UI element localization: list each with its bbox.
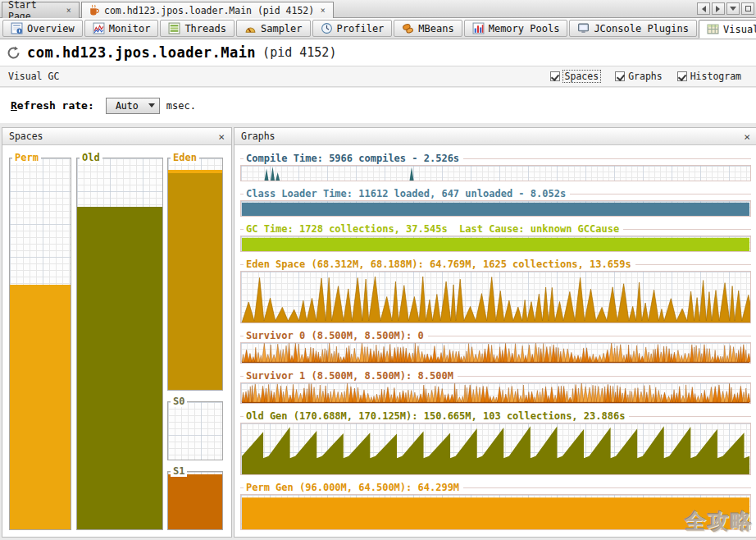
checkbox-histogram[interactable]: Histogram [677,71,741,82]
tab-threads[interactable]: Threads [160,20,235,37]
graph-perm-gen: Perm Gen (96.000M, 64.500M): 64.299M [240,483,751,530]
tab-label: Profiler [337,23,385,34]
close-icon[interactable] [218,132,225,141]
tab-label: Threads [184,23,226,34]
checkbox-tick-icon [615,71,625,81]
perm-gen-chart [240,494,751,530]
graph-survivor-0: Survivor 0 (8.500M, 8.500M): 0 [240,331,751,364]
tab-profiler[interactable]: Profiler [312,20,393,37]
refresh-rate-row: Refresh rate: Auto msec. [0,88,756,123]
graph-survivor-1: Survivor 1 (8.500M, 8.500M): 8.500M [240,371,751,404]
tab-monitor[interactable]: Monitor [84,20,159,37]
close-icon[interactable] [318,6,327,15]
old-space-fill [77,207,162,529]
spinner-icon [7,46,20,60]
eden-space-label: Eden [171,152,199,163]
monitor-icon [93,22,105,34]
tab-memory-pools[interactable]: Memory Pools [464,20,568,37]
graph-title: Survivor 0 (8.500M, 8.500M): 0 [240,331,751,341]
chevron-down-icon [148,103,155,111]
graph-title: Compile Time: 5966 compiles - 2.526s [240,153,751,164]
tab-label: Overview [27,23,75,34]
overview-icon [11,22,23,34]
refresh-rate-value: Auto [111,100,143,112]
perm-space-fill [10,285,71,529]
subview-title: Visual GC [8,71,550,82]
tab-overview[interactable]: Overview [2,20,83,37]
s1-space-fill [168,474,222,529]
panel-title: Graphs [241,130,744,142]
graph-title: GC Time: 1728 collections, 37.545s Last … [240,224,751,235]
java-cup-icon [88,4,100,16]
checkbox-graphs[interactable]: Graphs [615,71,663,82]
tab-label: com.hd123.jpos.loader.Main (pid 4152) [104,5,314,16]
tab-label: JConsole Plugins [594,23,689,34]
s1-space-group: S1 [167,471,223,530]
spaces-panel: Spaces Perm Old [2,127,232,538]
profiler-icon [321,22,333,34]
maximize-icon[interactable] [741,2,754,15]
tab-list-icon[interactable] [726,2,740,15]
threads-icon [168,22,180,34]
eden-space-column: Eden S0 S1 [167,158,223,530]
scroll-right-icon[interactable] [712,2,725,15]
pid-label: (pid 4152) [262,45,336,60]
jconsole-plugins-icon [577,22,590,34]
old-space-column: Old [76,158,163,530]
graph-title: Class Loader Time: 11612 loaded, 647 unl… [240,189,751,199]
visual-gc-subheader: Visual GC Spaces Graphs Histogram [0,66,756,87]
eden-space-fill [168,170,222,390]
old-space-box: Old [76,158,163,530]
tab-label: Monitor [109,23,151,34]
spaces-panel-header: Spaces [2,128,231,145]
graphs-panel-body: Compile Time: 5966 compiles - 2.526s Cla… [235,146,756,537]
gc-time-chart [240,236,751,252]
tab-label: Memory Pools [489,23,560,34]
tab-start-page[interactable]: Start Page [2,2,80,18]
document-tab-bar: Start Page com.hd123.jpos.loader.Main (p… [0,0,756,18]
eden-space-box: Eden [167,158,223,391]
visual-gc-icon [707,23,719,35]
tab-label: MBeans [418,23,453,34]
survivor-1-chart [240,382,751,404]
display-options: Spaces Graphs Histogram [550,71,741,82]
checkbox-tick-icon [550,71,560,81]
graph-title: Survivor 1 (8.500M, 8.500M): 8.500M [240,371,751,382]
tab-sampler[interactable]: Sampler [236,20,311,37]
graph-gc-time: GC Time: 1728 collections, 37.545s Last … [240,224,751,252]
scroll-left-icon[interactable] [697,2,710,15]
s1-space-box: S1 [167,471,223,530]
refresh-rate-select[interactable]: Auto [106,98,160,114]
s0-space-box: S0 [167,401,223,460]
watermark: 全攻略 [685,507,754,536]
application-header: com.hd123.jpos.loader.Main (pid 4152) [0,39,756,66]
checkbox-spaces[interactable]: Spaces [550,71,601,82]
page-title: com.hd123.jpos.loader.Main [27,44,256,61]
compile-time-chart [240,165,751,181]
s1-space-label: S1 [171,465,187,477]
perm-space-label: Perm [12,152,41,163]
graph-old-gen: Old Gen (170.688M, 170.125M): 150.665M, … [240,411,751,475]
eden-space-group: Eden [167,158,223,391]
close-icon[interactable] [744,132,750,141]
perm-space-box: Perm [9,158,71,530]
visualvm-window: Start Page com.hd123.jpos.loader.Main (p… [0,0,756,540]
old-gen-chart [240,423,751,475]
tab-application[interactable]: com.hd123.jpos.loader.Main (pid 4152) [81,2,334,18]
view-toolbar: Overview Monitor Threads Sampler Profile… [0,18,756,39]
tab-visual-gc[interactable]: Visual GC [699,20,756,39]
tab-label: Sampler [261,23,303,34]
tab-nav-buttons [697,2,754,15]
panel-title: Spaces [9,130,218,142]
graph-eden-space: Eden Space (68.312M, 68.188M): 64.769M, … [240,259,751,323]
s0-space-group: S0 [167,401,223,460]
old-space-label: Old [80,152,102,163]
graph-class-loader-time: Class Loader Time: 11612 loaded, 647 unl… [240,189,751,217]
tab-jconsole-plugins[interactable]: JConsole Plugins [569,20,697,37]
tab-label: Visual GC [723,24,756,35]
survivor-0-chart [240,342,751,364]
close-icon[interactable] [65,6,73,15]
s0-space-label: S0 [171,396,187,407]
eden-space-chart [240,271,751,323]
tab-mbeans[interactable]: MBeans [394,20,462,37]
